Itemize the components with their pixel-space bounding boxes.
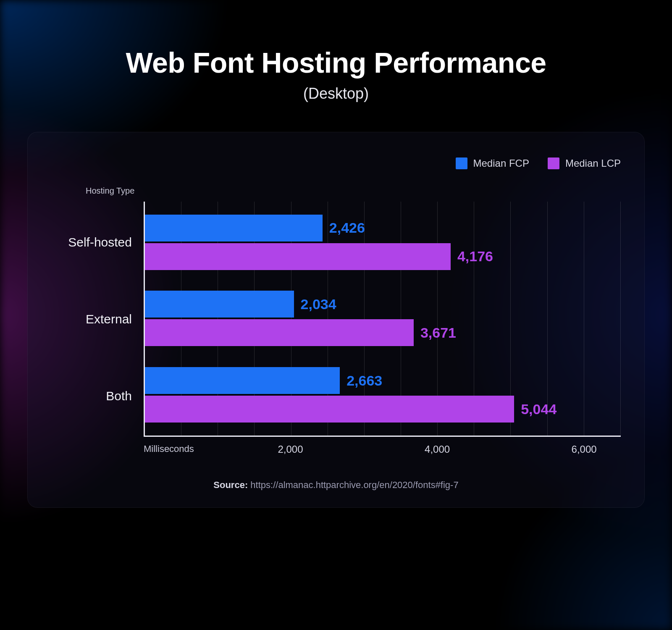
legend-label-fcp: Median FCP bbox=[473, 158, 529, 169]
source-value: https://almanac.httparchive.org/en/2020/… bbox=[250, 480, 458, 490]
source-label: Source: bbox=[213, 480, 248, 490]
x-tick-label: 2,000 bbox=[278, 444, 303, 455]
legend-label-lcp: Median LCP bbox=[565, 158, 621, 169]
legend-swatch-lcp bbox=[548, 158, 559, 169]
bar: 3,671 bbox=[145, 319, 621, 346]
x-tick-label: 6,000 bbox=[572, 444, 597, 455]
category-label: External bbox=[51, 281, 144, 357]
legend: Median FCP Median LCP bbox=[51, 158, 621, 169]
bar-value-label: 5,044 bbox=[521, 401, 556, 417]
bar-fill bbox=[145, 291, 294, 318]
chart-title: Web Font Hosting Performance bbox=[25, 46, 647, 79]
bar: 4,176 bbox=[145, 243, 621, 270]
bar-fill bbox=[145, 215, 323, 242]
bar-value-label: 2,426 bbox=[329, 220, 365, 236]
bar: 2,663 bbox=[145, 367, 621, 394]
bar-group: 2,4264,176 bbox=[145, 205, 621, 280]
x-tick-label: 4,000 bbox=[425, 444, 450, 455]
bar-group: 2,0343,671 bbox=[145, 281, 621, 356]
bar-group: 2,6635,044 bbox=[145, 357, 621, 433]
bar-value-label: 3,671 bbox=[420, 325, 456, 341]
bar-fill bbox=[145, 396, 514, 423]
bar: 2,034 bbox=[145, 291, 621, 318]
category-label: Self-hosted bbox=[51, 205, 144, 280]
bar: 5,044 bbox=[145, 396, 621, 423]
x-axis: Milliseconds 2,0004,0006,000 bbox=[144, 437, 621, 458]
bar-fill bbox=[145, 319, 414, 346]
category-label: Both bbox=[51, 358, 144, 434]
bars-container: 2,4264,1762,0343,6712,6635,044 bbox=[145, 202, 621, 436]
legend-item-lcp: Median LCP bbox=[548, 158, 621, 169]
bar-value-label: 2,034 bbox=[301, 296, 336, 312]
bar-fill bbox=[145, 243, 451, 270]
bar-value-label: 2,663 bbox=[346, 373, 382, 389]
chart-subtitle: (Desktop) bbox=[25, 85, 647, 102]
legend-item-fcp: Median FCP bbox=[456, 158, 529, 169]
category-labels: Self-hosted External Both bbox=[51, 202, 144, 437]
bar-value-label: 4,176 bbox=[457, 248, 493, 265]
y-axis-title: Hosting Type bbox=[86, 186, 621, 196]
x-axis-label: Milliseconds bbox=[144, 444, 194, 454]
plot-area: 2,4264,1762,0343,6712,6635,044 bbox=[144, 202, 621, 437]
bar-fill bbox=[145, 367, 340, 394]
chart-card: Median FCP Median LCP Hosting Type Self-… bbox=[27, 132, 645, 508]
bar: 2,426 bbox=[145, 215, 621, 242]
legend-swatch-fcp bbox=[456, 158, 467, 169]
source-line: Source: https://almanac.httparchive.org/… bbox=[51, 480, 621, 491]
